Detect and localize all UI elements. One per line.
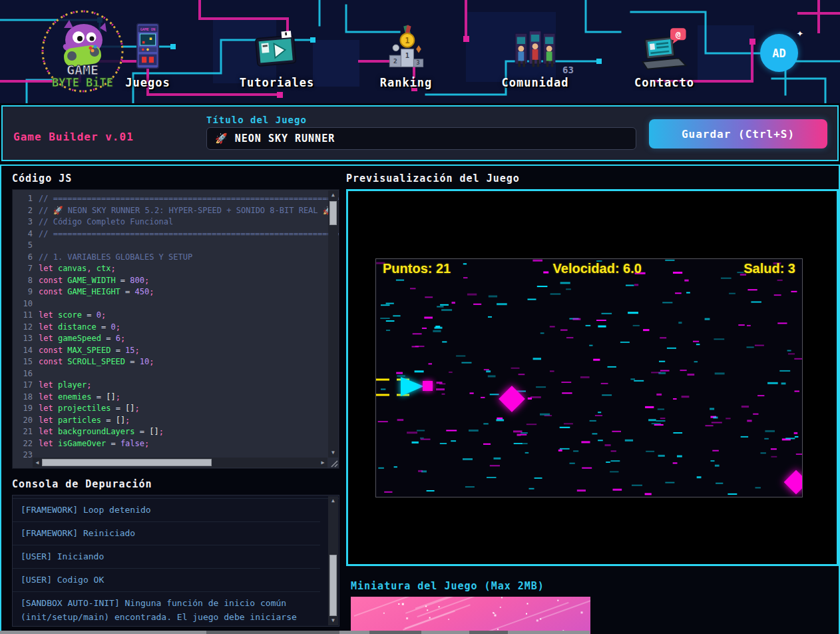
preview-heading: Previsualización del Juego xyxy=(346,172,839,184)
game-thumbnail-image[interactable] xyxy=(351,597,590,634)
code-lines: 1// ====================================… xyxy=(15,193,339,462)
code-line: 2// 🚀 NEON SKY RUNNER 5.2: HYPER-SPEED +… xyxy=(15,205,339,217)
svg-text:2: 2 xyxy=(393,57,397,65)
code-line: 11let score = 0; xyxy=(15,310,339,322)
game-title-input[interactable] xyxy=(206,127,636,150)
code-line: 19let projectiles = []; xyxy=(15,403,339,415)
game-title-label: Título del Juego xyxy=(206,115,307,125)
nav-item-label: Tutoriales xyxy=(240,76,314,89)
nav-item-label: Juegos xyxy=(125,76,170,89)
tutorial-tablet-icon xyxy=(253,31,301,73)
code-line: 4// ====================================… xyxy=(15,228,339,240)
code-line: 14const MAX_SPEED = 15; xyxy=(15,345,339,357)
hud-points: Puntos: 21 xyxy=(383,261,451,276)
console-log-entry: [SANDBOX AUTO-INIT] Ninguna función de i… xyxy=(13,592,320,627)
ranking-podium-icon: 1 1 2 3 xyxy=(385,20,427,73)
nav-item-ranking[interactable]: 1 1 2 3 Ranking xyxy=(341,4,471,89)
nav-item-juegos[interactable]: GAME ON Juegos xyxy=(83,4,212,89)
svg-text:@: @ xyxy=(676,29,681,39)
console-rows: [FRAMEWORK] Loop detenido[FRAMEWORK] Rei… xyxy=(13,499,339,627)
code-line: 10 xyxy=(15,298,339,310)
nav-item-label: Ranking xyxy=(380,76,433,89)
console-scroll-thumb[interactable] xyxy=(329,555,337,616)
line-number: 17 xyxy=(15,380,33,392)
line-number: 11 xyxy=(15,310,33,322)
player-ship xyxy=(401,377,424,396)
editor-horizontal-scrollbar[interactable]: ◀ ▶ xyxy=(33,458,327,468)
line-number: 10 xyxy=(15,298,33,310)
nav-item-label: Contacto xyxy=(634,76,694,89)
line-number: 14 xyxy=(15,345,33,357)
line-number: 13 xyxy=(15,333,33,345)
game-builder-app: 63 GAME BYTE BiTE GAME ON J xyxy=(0,0,840,634)
scroll-right-arrow-icon[interactable]: ▶ xyxy=(318,458,327,468)
hud-speed: Velocidad: 6.0 xyxy=(553,261,642,276)
builder-header: Game Builder v.01 Título del Juego Guard… xyxy=(1,105,839,161)
app-title: Game Builder v.01 xyxy=(13,131,134,143)
editor-resize-handle[interactable] xyxy=(329,458,338,468)
community-arcade-icon xyxy=(511,28,560,73)
nav-item-contacto[interactable]: @ Contacto xyxy=(600,4,729,89)
svg-text:3: 3 xyxy=(416,59,419,66)
svg-text:1: 1 xyxy=(405,36,409,45)
line-number: 7 xyxy=(15,263,33,275)
line-number: 18 xyxy=(15,392,33,404)
arcade-cabinet-icon: GAME ON xyxy=(130,21,166,73)
line-number: 12 xyxy=(15,322,33,334)
code-line: 13let gameSpeed = 6; xyxy=(15,333,339,345)
line-number: 2 xyxy=(15,205,33,217)
editor-hscroll-thumb[interactable] xyxy=(42,459,212,466)
nav-item-label: Comunidad xyxy=(501,76,568,89)
line-number: 9 xyxy=(15,286,33,298)
console-log-entry: [FRAMEWORK] Reiniciado xyxy=(13,522,320,545)
line-number: 23 xyxy=(15,450,33,462)
editor-vertical-scrollbar[interactable]: ▲ ▼ xyxy=(328,190,338,458)
console-heading: Consola de Depuración xyxy=(12,478,339,490)
line-number: 1 xyxy=(15,193,33,205)
line-number: 8 xyxy=(15,275,33,287)
svg-text:1: 1 xyxy=(405,51,409,59)
nav-item-comunidad[interactable]: Comunidad xyxy=(471,4,600,89)
enemy-diamond-1 xyxy=(499,386,525,412)
game-hud: Puntos: 21 Velocidad: 6.0 Salud: 3 xyxy=(383,261,795,276)
game-canvas[interactable]: Puntos: 21 Velocidad: 6.0 Salud: 3 xyxy=(375,258,803,497)
code-column: Código JS 1// ==========================… xyxy=(12,172,339,627)
code-line: 7let canvas, ctx; xyxy=(15,263,339,275)
line-number: 6 xyxy=(15,252,33,264)
console-log-entry: [USER] Codigo OK xyxy=(13,569,320,592)
user-avatar[interactable]: AD ✦ xyxy=(760,34,798,72)
scroll-up-arrow-icon[interactable]: ▲ xyxy=(328,190,338,200)
contact-laptop-icon: @ xyxy=(639,27,690,73)
code-line: 1// ====================================… xyxy=(15,193,339,205)
avatar-initials: AD xyxy=(772,47,785,60)
editor-vscroll-thumb[interactable] xyxy=(329,201,337,225)
scroll-left-arrow-icon[interactable]: ◀ xyxy=(33,458,42,468)
console-scroll-up-icon[interactable]: ▲ xyxy=(328,496,338,505)
code-line: 3// Código Completo Funcional xyxy=(15,216,339,228)
code-line: 12let distance = 0; xyxy=(15,322,339,334)
code-editor-heading: Código JS xyxy=(12,172,339,184)
clipped-bottom-bar xyxy=(0,631,590,634)
code-editor[interactable]: 1// ====================================… xyxy=(12,189,339,469)
save-button[interactable]: Guardar (Ctrl+S) xyxy=(649,119,827,149)
code-line: 17let player; xyxy=(15,380,339,392)
console-log-entry: [FRAMEWORK] Loop detenido xyxy=(13,499,320,522)
line-number: 16 xyxy=(15,368,33,380)
code-line: 15const SCROLL_SPEED = 10; xyxy=(15,356,339,368)
console-scrollbar[interactable]: ▲ ▼ xyxy=(328,496,338,625)
line-number: 20 xyxy=(15,415,33,427)
code-line: 5 xyxy=(15,240,339,252)
console-scroll-down-icon[interactable]: ▼ xyxy=(328,616,338,625)
hud-health: Salud: 3 xyxy=(743,261,795,276)
player-core xyxy=(423,381,433,391)
scroll-down-arrow-icon[interactable]: ▼ xyxy=(328,448,338,458)
code-line: 22let isGameOver = false; xyxy=(15,438,339,450)
nav-item-tutoriales[interactable]: Tutoriales xyxy=(212,4,341,89)
thumbnail-heading: Miniatura del Juego (Max 2MB) xyxy=(351,580,544,592)
console-log-entry: [USER] Iniciando xyxy=(13,545,320,569)
line-number: 5 xyxy=(15,240,33,252)
code-line: 16 xyxy=(15,368,339,380)
thumbnail-art xyxy=(351,597,590,634)
code-line: 6// 1. VARIABLES GLOBALES Y SETUP xyxy=(15,252,339,264)
code-line: 18let enemies = []; xyxy=(15,392,339,404)
